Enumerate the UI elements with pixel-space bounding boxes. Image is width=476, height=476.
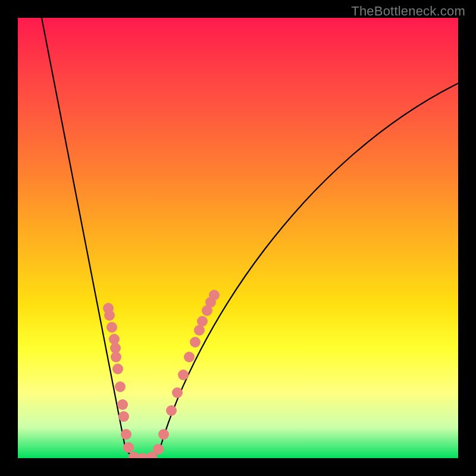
- bottleneck-chart: [18, 18, 458, 458]
- data-dot: [153, 444, 164, 455]
- data-dot: [209, 290, 220, 300]
- data-dot: [107, 322, 117, 333]
- data-dot: [104, 310, 115, 321]
- outer-frame: TheBottleneck.com: [0, 0, 476, 476]
- data-dot: [172, 387, 183, 398]
- data-dot: [166, 405, 177, 416]
- data-dot: [121, 429, 131, 440]
- watermark-text: TheBottleneck.com: [351, 4, 465, 19]
- data-dot: [111, 352, 121, 362]
- data-dot: [158, 429, 169, 440]
- data-dot: [197, 316, 208, 327]
- data-dot: [117, 399, 128, 410]
- bottleneck-curve: [42, 18, 458, 458]
- data-dot: [112, 364, 123, 374]
- data-dot: [123, 442, 134, 453]
- data-dot: [178, 369, 189, 380]
- plot-area: [18, 18, 458, 458]
- data-dot: [118, 411, 129, 422]
- data-dot: [190, 337, 201, 347]
- data-dot: [184, 352, 195, 362]
- data-dots-group: [103, 290, 220, 458]
- data-dot: [115, 381, 126, 392]
